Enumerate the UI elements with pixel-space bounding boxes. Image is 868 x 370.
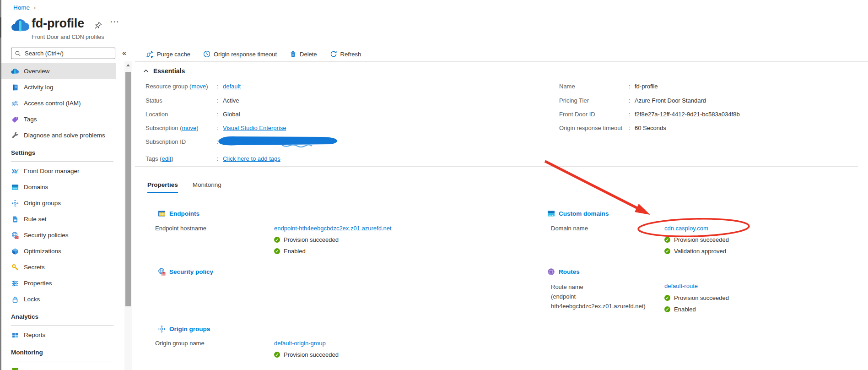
resource-group-value-link[interactable]: default [223, 83, 241, 90]
domain-status-provision: Provision succeeded [664, 236, 729, 243]
window-edge-notch [0, 17, 1, 38]
name-value: fd-profile [635, 83, 658, 90]
access-control-icon [11, 99, 19, 107]
sidebar-section-settings: Settings [11, 149, 113, 162]
sidebar-search [11, 48, 115, 59]
domain-name-label: Domain name [551, 225, 588, 232]
endpoints-table-icon [158, 210, 166, 218]
sidebar-item-optimizations[interactable]: Optimizations [1, 243, 116, 259]
sidebar-item-domains[interactable]: Domains [1, 179, 116, 195]
pin-icon[interactable] [94, 21, 102, 30]
origin-group-status-provision: Provision succeeded [274, 351, 339, 358]
sidebar-item-label: Secrets [24, 264, 45, 271]
colon: : [629, 83, 635, 90]
routes-globe-icon [547, 268, 555, 276]
sidebar-item-rule-set[interactable]: Rule set [1, 211, 116, 227]
red-arrow-line [545, 161, 637, 208]
heading-text: Routes [559, 268, 580, 275]
search-input[interactable] [24, 49, 112, 57]
sidebar-item-activity-log[interactable]: Activity log [1, 79, 116, 95]
rule-set-icon [11, 215, 19, 223]
sidebar-item-label: Rule set [24, 216, 47, 223]
origin-response-timeout-button[interactable]: Origin response timeout [203, 50, 277, 58]
command-bar: Purge cache Origin response timeout Dele… [146, 49, 361, 60]
origin-group-name-link[interactable]: default-origin-group [274, 340, 326, 347]
origin-groups-heading[interactable]: Origin groups [158, 325, 210, 333]
scrollbar-up-arrow[interactable] [124, 61, 132, 69]
sidebar-item-locks[interactable]: Locks [1, 291, 116, 307]
sidebar-item-access-control[interactable]: Access control (IAM) [1, 95, 116, 111]
check-icon [664, 237, 670, 243]
sidebar-item-label: Diagnose and solve problems [24, 132, 105, 139]
tags-label: Tags (edit) [146, 155, 217, 162]
origin-groups-icon [11, 199, 19, 207]
sidebar-item-security-policies[interactable]: Security policies [1, 227, 116, 243]
sidebar-item-secrets[interactable]: Secrets [1, 259, 116, 275]
sidebar-item-overview[interactable]: Overview [1, 63, 116, 79]
routes-heading[interactable]: Routes [547, 268, 580, 276]
tab-properties[interactable]: Properties [147, 181, 178, 193]
edit-tags-link[interactable]: edit [162, 155, 171, 162]
domain-name-link[interactable]: cdn.casploy.com [664, 225, 708, 232]
route-name-link[interactable]: default-route [664, 283, 698, 289]
status-text: Enabled [674, 306, 696, 313]
heading-text: Origin groups [169, 326, 210, 332]
check-icon [274, 237, 280, 243]
add-tags-link[interactable]: Click here to add tags [223, 155, 280, 162]
subscription-label: Subscription (move) [146, 125, 217, 131]
essentials-row-subscription: Subscription (move):Visual Studio Enterp… [146, 125, 286, 131]
essentials-row-origin-response-timeout: Origin response timeout:60 Seconds [559, 125, 666, 131]
refresh-button[interactable]: Refresh [330, 50, 361, 58]
move-subscription-link[interactable]: move [182, 125, 196, 131]
delete-button[interactable]: Delete [290, 50, 317, 58]
sidebar-item-properties[interactable]: Properties [1, 275, 116, 291]
purge-cache-button[interactable]: Purge cache [146, 50, 190, 58]
sidebar-item-front-door-manager[interactable]: Front Door manager [1, 163, 116, 179]
route-name-label-line2: (endpoint- [551, 292, 646, 301]
sidebar-item-reports[interactable]: Reports [1, 327, 116, 343]
domain-status-validation: Validation approved [664, 248, 726, 255]
origin-groups-icon [158, 325, 166, 333]
move-resource-group-link[interactable]: move [191, 83, 206, 90]
essentials-toggle[interactable]: Essentials [143, 67, 185, 75]
scrollbar-thumb[interactable] [125, 72, 131, 306]
endpoint-hostname-link[interactable]: endpoint-hth4eebgcbdzc2ex.z01.azurefd.ne… [274, 225, 392, 232]
sidebar-item-origin-groups[interactable]: Origin groups [1, 195, 116, 211]
sidebar-item-label: Optimizations [24, 248, 61, 255]
sidebar-item-label: Domains [24, 184, 48, 190]
more-options-icon[interactable]: ··· [110, 17, 119, 27]
toolbar-divider [135, 61, 868, 62]
sidebar-item-diagnose[interactable]: Diagnose and solve problems [1, 127, 116, 143]
sidebar-section-analytics: Analytics [11, 313, 113, 326]
label-text: ) [171, 155, 173, 162]
subscription-value-link[interactable]: Visual Studio Enterprise [223, 125, 286, 131]
scrollbar[interactable] [124, 61, 132, 370]
custom-domains-heading[interactable]: Custom domains [547, 210, 609, 218]
subscription-id-redaction [217, 136, 341, 147]
colon: : [629, 97, 635, 104]
sidebar-item-tags[interactable]: Tags [1, 111, 116, 127]
essentials-row-tags: Tags (edit):Click here to add tags [146, 155, 280, 162]
collapse-menu-button[interactable]: « [120, 48, 128, 58]
sidebar-item-metrics-partial[interactable] [1, 363, 116, 370]
tab-monitoring[interactable]: Monitoring [193, 181, 221, 193]
breadcrumb-separator-icon: › [34, 5, 36, 11]
heading-text: Security policy [169, 268, 213, 275]
front-door-profile-icon [11, 18, 29, 33]
breadcrumb-home-link[interactable]: Home [13, 4, 30, 11]
front-door-id-label: Front Door ID [559, 111, 629, 118]
security-policy-heading[interactable]: Security policy [158, 268, 213, 276]
sidebar-item-label: Security policies [24, 232, 69, 239]
endpoints-heading[interactable]: Endpoints [158, 210, 199, 218]
toolbar-label: Refresh [340, 51, 361, 58]
front-door-id-value: f2f8e27a-12ff-4412-9d21-bc583a034f8b [635, 111, 740, 118]
essentials-row-pricing-tier: Pricing Tier:Azure Front Door Standard [559, 97, 706, 104]
essentials-row-subscription-id: Subscription ID: [146, 138, 223, 145]
tab-bar: Properties Monitoring [147, 181, 221, 193]
label-text: ) [206, 83, 208, 90]
colon: : [217, 83, 223, 90]
sidebar-item-label: Tags [24, 116, 37, 123]
sidebar-section-monitoring: Monitoring [11, 348, 113, 361]
check-icon [664, 306, 670, 312]
location-value: Global [223, 111, 240, 118]
